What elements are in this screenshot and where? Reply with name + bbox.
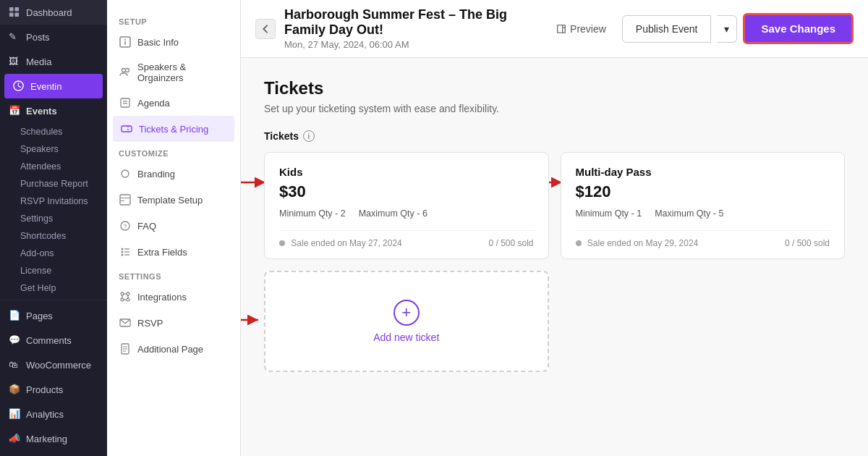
ticket-footer: Sale ended on May 29, 2024 0 / 500 sold [576,230,830,248]
sidebar-item-dashboard[interactable]: Dashboard [0,0,107,25]
svg-rect-19 [120,198,130,198]
woo-icon: 🛍 [9,359,20,371]
sub-panel-item-extra-fields[interactable]: Extra Fields [107,239,240,265]
sidebar-item-label: WooCommerce [26,360,91,371]
setup-section-label: Setup [107,10,240,29]
sub-panel-item-additional-page[interactable]: Additional Page [107,336,240,362]
sidebar-item-eventin[interactable]: Eventin [4,74,103,98]
save-changes-button[interactable]: Save Changes [743,13,854,44]
sidebar-item-label: Pages [26,311,53,321]
sidebar-item-media[interactable]: 🖼 Media [0,49,107,74]
svg-point-30 [127,292,129,295]
ticket-card-multiday: Multi-day Pass $120 Minimum Qty - 1 Maxi… [561,152,846,259]
sidebar-item-label: Dashboard [26,7,72,18]
sub-panel-item-label: RSVP [137,318,163,329]
pages-icon: 📄 [9,310,20,321]
sub-panel-item-template[interactable]: Template Setup [107,187,240,213]
sub-panel-item-faq[interactable]: ? FAQ [107,213,240,239]
ticket-sold: 0 / 500 sold [488,238,533,248]
sidebar: Dashboard ✎ Posts 🖼 Media Eventin 📅 Even… [0,0,107,456]
sub-panel-item-agenda[interactable]: Agenda [107,90,240,116]
svg-point-17 [122,170,129,177]
agenda-icon [119,96,132,109]
sidebar-item-settings[interactable]: Settings [0,210,107,227]
add-ticket-button[interactable]: + Add new ticket [264,271,549,372]
ticket-status: Sale ended on May 27, 2024 [279,238,402,248]
sidebar-item-label: Media [26,56,51,67]
tickets-area: Kids $30 Minimum Qty - 2 Maximum Qty - 6… [264,152,845,372]
sub-panel-item-label: Speakers & Orgainzers [137,62,229,83]
sidebar-item-events[interactable]: 📅 Events [0,98,107,123]
status-dot [576,240,582,246]
sub-panel-item-speakers[interactable]: Speakers & Orgainzers [107,55,240,90]
eventin-icon [13,80,25,92]
sidebar-item-astra[interactable]: A Astra [0,451,107,456]
svg-point-29 [121,292,124,295]
sidebar-item-license[interactable]: License [0,262,107,279]
svg-point-31 [121,298,124,301]
sidebar-item-attendees[interactable]: Attendees [0,158,107,175]
topbar-actions: Preview Publish Event ▾ Save Changes [546,13,854,44]
template-icon [119,193,132,206]
sub-panel-item-label: Branding [137,169,175,180]
svg-rect-2 [9,12,14,17]
page-subtitle: Set up your ticketing system with ease a… [264,103,845,114]
page-title: Tickets [264,78,845,98]
media-icon: 🖼 [9,56,20,67]
svg-rect-1 [14,7,19,12]
sidebar-item-pages[interactable]: 📄 Pages [0,303,107,328]
products-icon: 📦 [9,384,20,395]
sub-panel-item-label: Extra Fields [137,247,187,258]
publish-event-button[interactable]: Publish Event [622,15,712,43]
title-block: Harborough Summer Fest – The Big Family … [284,7,537,50]
add-ticket-label: Add new ticket [373,332,439,343]
topbar: Harborough Summer Fest – The Big Family … [241,0,868,58]
svg-point-10 [122,69,126,72]
publish-dropdown-button[interactable]: ▾ [717,15,737,43]
ticket-card-kids: Kids $30 Minimum Qty - 2 Maximum Qty - 6… [264,152,549,259]
sub-panel-item-basic-info[interactable]: Basic Info [107,29,240,55]
sidebar-item-schedules[interactable]: Schedules [0,123,107,140]
analytics-icon: 📊 [9,408,20,420]
svg-rect-0 [9,7,14,12]
sidebar-item-woocommerce[interactable]: 🛍 WooCommerce [0,352,107,377]
sub-panel-item-branding[interactable]: Branding [107,161,240,187]
page-icon [119,342,132,355]
sidebar-item-get-help[interactable]: Get Help [0,279,107,297]
svg-point-23 [122,248,124,250]
sub-panel: Setup Basic Info Speakers & Orgainzers A… [107,0,241,456]
sub-panel-item-tickets[interactable]: Tickets & Pricing [113,116,234,142]
ticket-status: Sale ended on May 29, 2024 [576,238,699,248]
svg-point-32 [127,298,129,301]
sidebar-item-label: Products [26,384,63,395]
sidebar-item-speakers[interactable]: Speakers [0,140,107,158]
sidebar-item-rsvp-invitations[interactable]: RSVP Invitations [0,193,107,210]
sidebar-item-posts[interactable]: ✎ Posts [0,25,107,49]
ticket-name: Multi-day Pass [576,166,830,178]
sidebar-item-addons[interactable]: Add-ons [0,245,107,262]
arrow-add [241,311,264,332]
sidebar-item-purchase-report[interactable]: Purchase Report [0,175,107,193]
ticket-price: $30 [279,182,534,201]
sub-panel-item-rsvp[interactable]: RSVP [107,310,240,336]
sub-panel-item-integrations[interactable]: Integrations [107,284,240,310]
sidebar-item-shortcodes[interactable]: Shortcodes [0,227,107,245]
sidebar-item-analytics[interactable]: 📊 Analytics [0,402,107,426]
sub-panel-item-label: FAQ [137,221,156,232]
tickets-info-icon[interactable]: i [303,130,315,142]
svg-point-11 [126,69,129,72]
sidebar-item-label: Comments [26,335,72,346]
ticket-qty: Minimum Qty - 2 Maximum Qty - 6 [279,208,534,219]
rsvp-icon [119,316,132,329]
ticket-footer: Sale ended on May 27, 2024 0 / 500 sold [279,230,534,248]
preview-button[interactable]: Preview [546,17,616,41]
svg-point-24 [122,251,124,253]
svg-point-8 [124,39,126,41]
sub-panel-item-label: Additional Page [137,344,203,355]
back-button[interactable] [255,19,276,39]
tickets-section-label: Tickets i [264,130,845,142]
sidebar-item-products[interactable]: 📦 Products [0,377,107,402]
sidebar-item-comments[interactable]: 💬 Comments [0,328,107,352]
sidebar-item-marketing[interactable]: 📣 Marketing [0,426,107,451]
ticket-name: Kids [279,166,534,178]
